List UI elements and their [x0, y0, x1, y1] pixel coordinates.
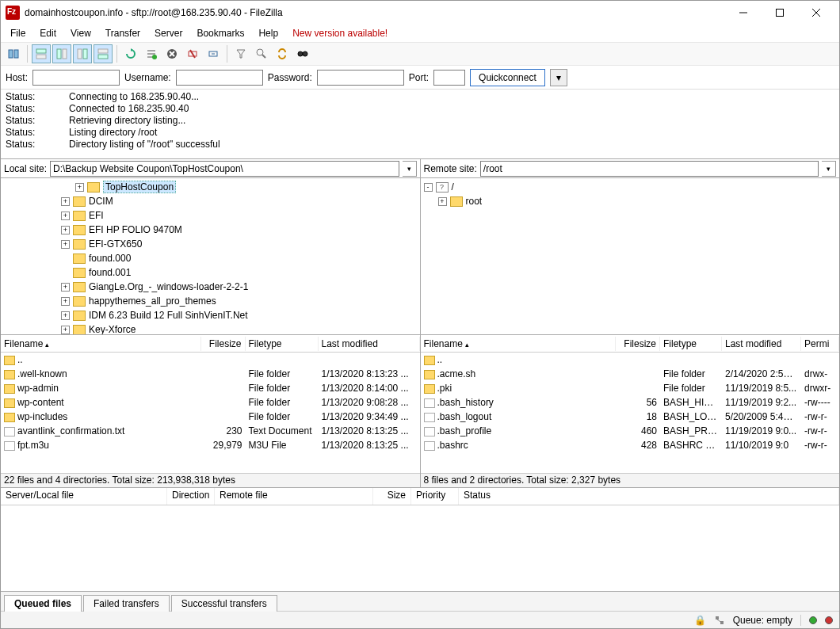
- col-filetype[interactable]: Filetype: [246, 337, 319, 351]
- compare-button[interactable]: [252, 44, 271, 63]
- local-site-path-input[interactable]: [50, 161, 399, 177]
- local-directory-tree[interactable]: +TopHostCoupon+DCIM+EFI+EFI HP FOLIO 947…: [1, 178, 420, 334]
- message-log[interactable]: Status:Connecting to 168.235.90.40... St…: [1, 90, 839, 159]
- close-button[interactable]: [798, 2, 834, 24]
- file-row[interactable]: .acme.shFile folder2/14/2020 2:55:...drw…: [421, 367, 840, 381]
- file-row[interactable]: .bash_history56BASH_HIST...11/19/2019 9:…: [421, 395, 840, 410]
- tree-node[interactable]: +TopHostCoupon: [4, 180, 417, 194]
- disconnect-button[interactable]: [183, 44, 202, 63]
- col-direction[interactable]: Direction: [167, 488, 215, 505]
- tree-node[interactable]: +EFI HP FOLIO 9470M: [4, 223, 417, 237]
- toggle-local-tree-button[interactable]: [52, 44, 71, 63]
- col-server-local[interactable]: Server/Local file: [1, 488, 167, 505]
- file-row[interactable]: avantlink_confirmation.txt230Text Docume…: [1, 424, 420, 438]
- remote-file-headers[interactable]: Filename▴ Filesize Filetype Last modifie…: [421, 335, 840, 353]
- expander-icon[interactable]: +: [61, 311, 70, 320]
- menu-server[interactable]: Server: [148, 26, 189, 40]
- reconnect-button[interactable]: [204, 44, 223, 63]
- tree-node[interactable]: found.000: [4, 251, 417, 265]
- menu-transfer[interactable]: Transfer: [99, 26, 147, 40]
- tab-successful-transfers[interactable]: Successful transfers: [171, 595, 277, 612]
- password-input[interactable]: [317, 70, 404, 86]
- file-row[interactable]: ..: [421, 353, 840, 367]
- col-status[interactable]: Status: [459, 488, 839, 505]
- search-button[interactable]: [293, 44, 312, 63]
- expander-icon[interactable]: +: [61, 197, 70, 206]
- expander-icon[interactable]: +: [61, 240, 70, 249]
- col-filesize[interactable]: Filesize: [201, 337, 246, 351]
- col-filesize[interactable]: Filesize: [616, 337, 660, 351]
- tree-node[interactable]: +DCIM: [4, 194, 417, 208]
- cancel-button[interactable]: [162, 44, 181, 63]
- expander-icon[interactable]: +: [61, 283, 70, 292]
- expander-icon[interactable]: +: [61, 297, 70, 306]
- expander-icon[interactable]: +: [61, 212, 70, 220]
- file-row[interactable]: .pkiFile folder11/19/2019 8:5...drwxr-: [421, 381, 840, 395]
- expander-icon[interactable]: [61, 269, 70, 277]
- expander-icon[interactable]: +: [438, 197, 447, 206]
- file-row[interactable]: fpt.m3u29,979M3U File1/13/2020 8:13:25 .…: [1, 438, 420, 452]
- queue-headers[interactable]: Server/Local file Direction Remote file …: [1, 488, 839, 505]
- menu-bookmarks[interactable]: Bookmarks: [190, 26, 250, 40]
- tree-node[interactable]: -?/: [424, 180, 837, 194]
- file-row[interactable]: wp-adminFile folder1/13/2020 8:14:00 ...: [1, 381, 420, 395]
- port-input[interactable]: [433, 70, 465, 86]
- tab-failed-transfers[interactable]: Failed transfers: [83, 595, 170, 612]
- menu-help[interactable]: Help: [252, 26, 284, 40]
- site-manager-button[interactable]: [4, 44, 23, 63]
- minimize-button[interactable]: [725, 2, 762, 24]
- tree-node[interactable]: +EFI: [4, 208, 417, 223]
- expander-icon[interactable]: +: [75, 183, 84, 192]
- menu-edit[interactable]: Edit: [33, 26, 63, 40]
- remote-site-path-input[interactable]: [480, 161, 819, 177]
- col-filename[interactable]: Filename▴: [421, 337, 617, 351]
- file-row[interactable]: wp-contentFile folder1/13/2020 9:08:28 .…: [1, 395, 420, 410]
- quickconnect-button[interactable]: Quickconnect: [470, 69, 545, 86]
- tree-node[interactable]: +Key-Xforce: [4, 322, 417, 334]
- refresh-button[interactable]: [121, 44, 140, 63]
- expander-icon[interactable]: +: [61, 326, 70, 334]
- process-queue-button[interactable]: [142, 44, 161, 63]
- col-lastmodified[interactable]: Last modified: [722, 337, 801, 351]
- toggle-remote-tree-button[interactable]: [73, 44, 92, 63]
- local-path-dropdown[interactable]: ▾: [403, 161, 417, 177]
- remote-file-list[interactable]: Filename▴ Filesize Filetype Last modifie…: [421, 335, 840, 473]
- new-version-link[interactable]: New version available!: [286, 26, 394, 40]
- expander-icon[interactable]: [61, 254, 70, 263]
- filter-button[interactable]: [231, 44, 250, 63]
- toggle-queue-button[interactable]: [94, 44, 113, 63]
- remote-directory-tree[interactable]: -?/+root: [421, 178, 840, 334]
- queue-body[interactable]: [1, 505, 839, 591]
- tab-queued-files[interactable]: Queued files: [4, 595, 82, 612]
- toggle-log-button[interactable]: [32, 44, 51, 63]
- sync-browse-button[interactable]: [273, 44, 292, 63]
- lock-icon[interactable]: 🔒: [694, 615, 706, 626]
- file-row[interactable]: wp-includesFile folder1/13/2020 9:34:49 …: [1, 410, 420, 424]
- tree-node[interactable]: +EFI-GTX650: [4, 237, 417, 251]
- tree-node[interactable]: +IDM 6.23 Build 12 Full SinhVienIT.Net: [4, 308, 417, 322]
- local-file-list[interactable]: Filename▴ Filesize Filetype Last modifie…: [1, 335, 420, 473]
- col-size[interactable]: Size: [373, 488, 411, 505]
- remote-path-dropdown[interactable]: ▾: [822, 161, 836, 177]
- network-icon[interactable]: [714, 615, 725, 626]
- tree-node[interactable]: +happythemes_all_pro_themes: [4, 294, 417, 308]
- local-file-headers[interactable]: Filename▴ Filesize Filetype Last modifie…: [1, 335, 420, 353]
- expander-icon[interactable]: -: [424, 183, 433, 192]
- col-filetype[interactable]: Filetype: [660, 337, 722, 351]
- username-input[interactable]: [176, 70, 263, 86]
- col-filename[interactable]: Filename▴: [1, 337, 201, 351]
- tree-node[interactable]: found.001: [4, 265, 417, 280]
- tree-node[interactable]: +GiangLe.Org_-_windows-loader-2-2-1: [4, 280, 417, 294]
- tree-node[interactable]: +root: [424, 194, 837, 208]
- expander-icon[interactable]: +: [61, 226, 70, 234]
- col-priority[interactable]: Priority: [411, 488, 459, 505]
- file-row[interactable]: .bash_profile460BASH_PRO...11/19/2019 9:…: [421, 424, 840, 438]
- maximize-button[interactable]: [762, 2, 798, 24]
- file-row[interactable]: .bashrc428BASHRC File11/10/2019 9:0-rw-r…: [421, 438, 840, 452]
- file-row[interactable]: .well-knownFile folder1/13/2020 8:13:23 …: [1, 367, 420, 381]
- menu-view[interactable]: View: [64, 26, 97, 40]
- menu-file[interactable]: File: [4, 26, 32, 40]
- quickconnect-history-dropdown[interactable]: ▾: [550, 69, 567, 86]
- file-row[interactable]: .bash_logout18BASH_LOG...5/20/2009 5:45:…: [421, 410, 840, 424]
- col-permissions[interactable]: Permi: [801, 337, 839, 351]
